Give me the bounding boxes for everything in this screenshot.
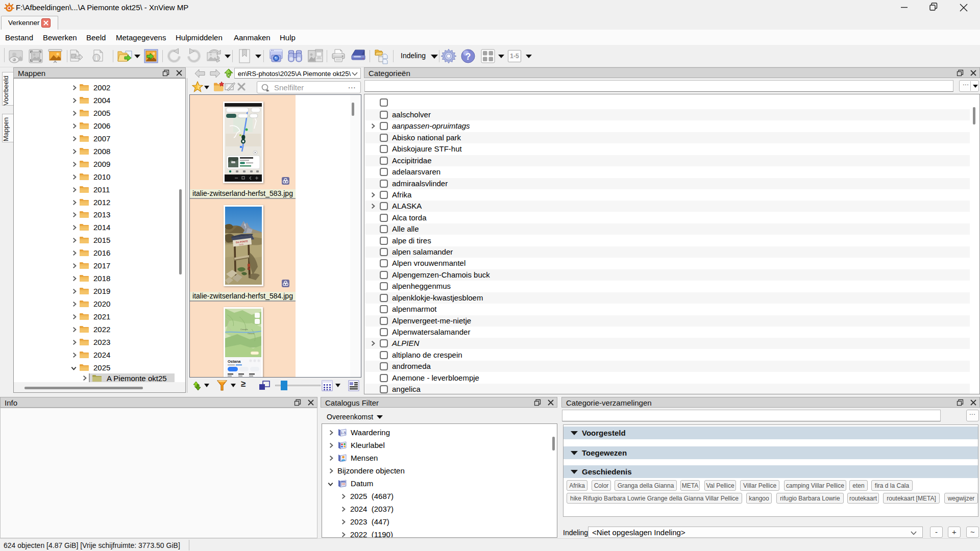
svg-text:Ostana: Ostana xyxy=(228,359,241,364)
svg-text:Ostana: Ostana xyxy=(248,332,255,335)
svg-text:?: ? xyxy=(465,52,471,62)
svg-text:1-5: 1-5 xyxy=(340,431,346,435)
svg-text:Crissolo: Crissolo xyxy=(240,328,248,331)
